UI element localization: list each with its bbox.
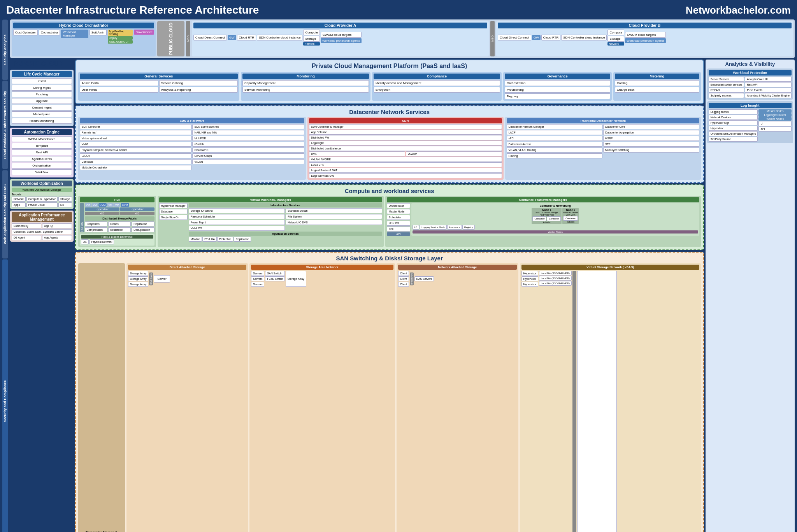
vsan-hyp3: Hypervisor — [521, 282, 538, 287]
rack-physical-net: Physical Network — [90, 239, 114, 244]
automation-box: Automation Engine WEB/UI/Dashboard Templ… — [10, 128, 74, 177]
network-panels-row: SDN & Hardware SDN Controller SDN Spine … — [78, 117, 701, 180]
header-bar: Datacenter Infrastructure Reference Arch… — [2, 2, 795, 18]
log-right: Master Nodes LogInsight Cluster Worker N… — [758, 109, 792, 142]
hsrp: HSRP — [603, 136, 699, 141]
vsan-title: Virtual Storage Network ( vSAN) — [521, 265, 699, 270]
logging-svc: Logging Service Mesh — [420, 225, 446, 230]
rack-blades-panel: Rack & Blades Baremetal OS Physical Netw… — [80, 234, 154, 246]
hci-vm-row1: VM VM CVM VM VM CVM — [85, 203, 154, 207]
service-monitoring: Service Monitoring — [242, 87, 369, 93]
scheduler-c: Scheduler — [387, 215, 410, 220]
cloud-rtr-b: Cloud RTR — [541, 35, 560, 40]
container-left: Orchastrator Master Node Scheduler Host … — [387, 203, 410, 236]
l2l3-vpn: L2/L3 VPN — [309, 162, 502, 167]
resiliance: Resiliance — [108, 227, 131, 232]
replication-hci: Replication — [132, 221, 154, 226]
traditional-panel: Traditional Datacenter Network Datacente… — [505, 117, 701, 180]
sdn-title: SDN — [309, 118, 502, 123]
target-db: DB — [58, 202, 72, 207]
hypervisor-log: Hypervisor — [709, 126, 758, 131]
encryption: Encryption — [374, 87, 500, 93]
service-catelog: Service Catelog — [159, 80, 238, 86]
vswitch-sdn: vSwitch — [406, 151, 502, 156]
node2-details: eth0 IP Tablesveth veth — [563, 211, 578, 216]
container-networking-title: Container & Networking — [413, 204, 698, 207]
sdn-spine: SDN Spine switches — [192, 124, 304, 129]
top-cloud-row: Hybrid Cloud Orchastrator Cost Optimizer… — [10, 19, 795, 58]
lb-c: LB — [413, 225, 419, 230]
container-content: Orchastrator Master Node Scheduler Host … — [387, 203, 699, 236]
hci-hypervisor-row: Hypervisor Hypervisor — [85, 207, 154, 211]
vsan-disks: Local Disk(SSD/NME/HDD) Local Disk(SSD/N… — [539, 271, 572, 532]
compute-title: Compute and workload services — [78, 188, 701, 194]
infra-services-grid: Storage IO control Standard Switch Resou… — [189, 208, 382, 231]
network-services-box: Datacenter Network Services SDN & Hardwa… — [75, 105, 704, 183]
aws-azure: AWS Azure GCP — [108, 40, 133, 44]
node2-label: Node 2 — [563, 209, 578, 211]
target-private-cloud: Private Cloud — [26, 202, 58, 207]
san-server1: Servers — [251, 271, 264, 276]
container-panel: Container, Framework Managers Orchastrat… — [385, 196, 701, 247]
hci-vms: VM VM CVM VM VM CVM Hyperv — [85, 203, 154, 232]
gw-b: GW — [532, 35, 541, 40]
network-a: Network — [303, 42, 320, 46]
kubelet2-label: kubelet — [563, 221, 578, 223]
cloud-b-far-right: CWOM cloud targets Workload protection a… — [625, 32, 666, 43]
virtual-spine: Virtual spine and leaf — [80, 136, 192, 141]
multisite-orch: Multisite Orchastrator — [80, 165, 192, 170]
multilayer-sw: Multilayer Switching — [603, 147, 699, 153]
das-title: Direct Attached Storage — [128, 265, 247, 270]
left-column: PRIVATE CLOUD Life Cycle Manager Install… — [10, 60, 74, 532]
rack-os: OS — [81, 239, 89, 244]
l3out: L3OUT — [80, 153, 192, 158]
hybrid-cloud-box: Hybrid Cloud Orchastrator Cost Optimizer… — [12, 21, 156, 56]
storage-io: Storage IO control — [189, 208, 285, 213]
gw-a: GW — [228, 35, 236, 40]
vswitch-hw: vSwitch — [192, 142, 304, 147]
app-agents-grid: DB Agent App Agents — [12, 235, 72, 240]
user-portal: User Portal — [80, 87, 158, 93]
registry-c: Registry — [462, 225, 475, 230]
app-services-row: vMotion FT & HA Protection Replication — [189, 237, 382, 242]
suit-amin: Suit Amin — [90, 30, 107, 35]
log-insight-title: Log Insight — [709, 103, 792, 108]
lc-patching: Patching — [12, 91, 72, 97]
cwom-a: CWOM cloud targets — [321, 32, 362, 38]
governance-panel: Governance Orchestration Provisioning Ta… — [503, 72, 612, 101]
mso-right: MSO — [490, 21, 495, 56]
target-storage: Storage — [58, 197, 72, 202]
main-container: Datacenter Infrastructure Reference Arch… — [0, 0, 797, 532]
targets-grid: Network Compute & Hypervisor Storage App… — [12, 197, 72, 207]
dc-storage-mgr: Datacenter Storage & Network Manager — [78, 263, 125, 532]
san-content: Servers Servers Servers SAN Switch FCoE … — [251, 271, 393, 287]
workload-prot-a: Workload protection agents — [321, 38, 362, 43]
traditional-title: Traditional Datacenter Network — [507, 118, 699, 123]
monitoring-title: Monitoring — [242, 74, 369, 79]
label-security-analytics: Security Analytics — [2, 19, 8, 80]
analytics-reporting: Analytics & Reporting — [159, 87, 238, 93]
san-storage-array: Storage Array — [286, 271, 306, 287]
charge-back: Charge back — [615, 87, 699, 93]
storage-panels-row: Datacenter Storage & Network Manager Dir… — [78, 263, 701, 532]
das-array2: Storage Array — [128, 276, 149, 281]
nas-servers: NAS Servers — [414, 276, 434, 281]
server-sensors: Server Sensors — [709, 77, 744, 82]
vm2: VM — [91, 203, 98, 207]
compliance-panel: Compliance Identity access and Managemen… — [372, 72, 502, 101]
storage-b: Storage — [607, 36, 624, 42]
metering-title: Metering — [615, 74, 699, 79]
worker-nodes-log: Worker Nodes — [758, 117, 792, 121]
workload-protection-content: Server Sensors Embedded switch sensors R… — [709, 77, 792, 98]
storage-title: SAN Switching & Disks/ Storage Layer — [78, 255, 701, 262]
cvm2: CVM — [121, 203, 129, 207]
container1: Container — [532, 216, 546, 221]
app-app-agents: App Agents — [42, 235, 72, 240]
public-cloud-box: PUBLIC CLOUD — [157, 21, 184, 56]
standard-switch: Standard Switch — [286, 208, 382, 213]
cloud-rtr-a: Cloud RTR — [237, 35, 256, 40]
das-server: Server — [154, 275, 170, 283]
workload-protection-panel: Workload Protection Server Sensors Embed… — [707, 68, 793, 100]
loginsight-sdn: LogInsight — [309, 140, 502, 146]
left-side-labels: Security Analytics Cloud workload & Infr… — [2, 19, 8, 532]
